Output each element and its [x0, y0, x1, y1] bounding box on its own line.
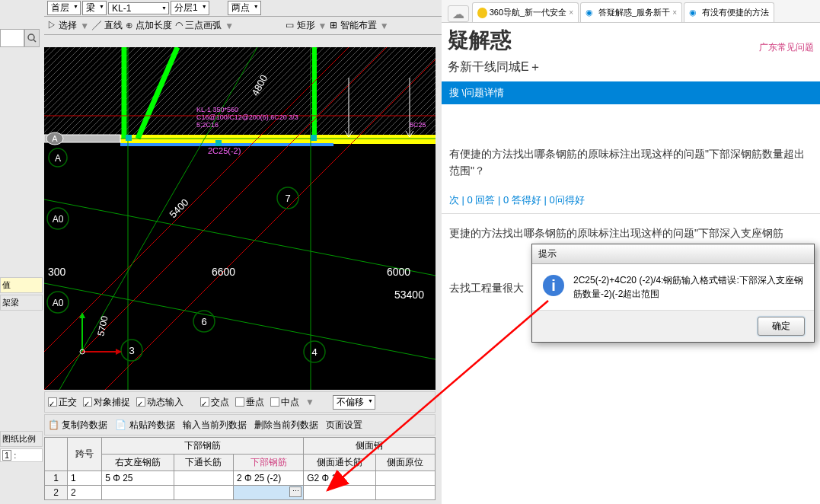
svg-text:3: 3: [129, 345, 134, 356]
breadcrumb: 搜 \问题详情: [442, 81, 820, 104]
svg-text:53400: 53400: [394, 289, 424, 301]
mode-dropdown[interactable]: 两点: [228, 1, 261, 15]
dyninput-toggle[interactable]: 动态输入: [136, 396, 183, 409]
svg-text:C16@100/C12@200(6).6C20 3/3: C16@100/C12@200(6).6C20 3/3: [196, 113, 298, 121]
ok-button[interactable]: 确定: [758, 317, 805, 336]
offset-dropdown[interactable]: 不偏移: [333, 395, 375, 410]
search-input[interactable]: [0, 29, 24, 47]
svg-text:A: A: [55, 153, 61, 164]
page-subtitle: 务新干线同城E＋: [442, 58, 820, 81]
svg-text:300: 300: [48, 266, 66, 278]
span-dropdown[interactable]: 分层1: [171, 1, 209, 15]
svg-text:A0: A0: [53, 214, 64, 225]
question-text: 有便捷的方法找出哪条钢筋的原味标注出现这样的问题"下部深钢筋数量超出范围"？: [442, 135, 820, 190]
more-button[interactable]: ⋯: [289, 486, 302, 497]
col-sorig[interactable]: 侧面原位: [375, 455, 435, 471]
stats-line: 次 | 0 回答 | 0 答得好 | 0问得好: [442, 190, 820, 210]
browser-tabs: ☁ 360导航_新一代安全× ◉ 答疑解惑_服务新干× ◉ 有没有便捷的方法: [442, 0, 820, 23]
col-bthrough[interactable]: 下通长筋: [174, 455, 233, 471]
data-toolbar: 📋 复制跨数据 📄 粘贴跨数据 输入当前列数据 删除当前列数据 页面设置: [44, 414, 436, 435]
svg-text:7: 7: [285, 193, 290, 204]
svg-line-13: [44, 199, 436, 276]
svg-line-1: [34, 40, 36, 42]
data-table: 跨号 下部钢筋 侧面钢 右支座钢筋 下通长筋 下部钢筋 侧面通长筋 侧面原位 1…: [44, 437, 436, 500]
info-icon: i: [541, 273, 566, 298]
component-dropdown[interactable]: KL-1: [108, 2, 169, 14]
svg-text:5C25: 5C25: [410, 121, 426, 129]
table-row[interactable]: 2 2 ⋯: [45, 486, 436, 500]
selected-cell[interactable]: ⋯: [233, 486, 303, 500]
browser-tab-active[interactable]: ◉ 有没有便捷的方法: [684, 2, 774, 22]
search-box: [0, 29, 41, 47]
col-sthrough[interactable]: 侧面通长筋: [304, 455, 376, 471]
line-tool[interactable]: ╱ 直线: [92, 19, 122, 32]
svg-text:A0: A0: [53, 298, 64, 308]
copy-span-button[interactable]: 📋 复制跨数据: [48, 419, 107, 432]
svg-rect-3: [44, 47, 436, 135]
svg-text:6600: 6600: [212, 266, 235, 278]
mid-toggle[interactable]: 中点: [270, 396, 299, 409]
search-button[interactable]: [24, 29, 40, 47]
paste-span-button[interactable]: 📄 粘贴跨数据: [115, 419, 174, 432]
delete-col-button[interactable]: 删除当前列数据: [254, 419, 318, 432]
browser-tab[interactable]: 360导航_新一代安全×: [472, 2, 579, 22]
svg-text:4: 4: [311, 346, 317, 358]
svg-rect-23: [311, 135, 317, 141]
smart-tool[interactable]: ⊞ 智能布置: [330, 19, 376, 32]
svg-text:5700: 5700: [95, 314, 110, 337]
left-panel: 值 架梁: [0, 47, 43, 311]
browser-tab[interactable]: ◉ 答疑解惑_服务新干×: [580, 2, 682, 22]
table-row[interactable]: 1 1 5 Φ 25 2 Φ 25 (-2) G2 Φ 16: [45, 471, 436, 486]
svg-rect-4: [120, 135, 436, 144]
drawing-canvas[interactable]: 3 6 4 7 A A0 A0 A 4800 5400 6600 6000 53…: [44, 47, 436, 390]
page-setup-button[interactable]: 页面设置: [326, 419, 362, 432]
floor-dropdown[interactable]: 首层: [47, 1, 81, 15]
ratio-input[interactable]: 1: [2, 450, 11, 461]
scale-panel: 图纸比例 1 :: [0, 429, 43, 462]
col-span[interactable]: 跨号: [68, 438, 102, 471]
arc-tool[interactable]: ◠ 三点画弧: [175, 19, 222, 32]
cloud-icon[interactable]: ☁: [448, 5, 469, 22]
scale-label: 图纸比例: [0, 431, 43, 447]
col-rsupport[interactable]: 右支座钢筋: [102, 455, 174, 471]
snap-toggle[interactable]: 对象捕捉: [83, 396, 130, 409]
region-link[interactable]: 广东常见问题: [759, 41, 814, 54]
cad-application: 首层 梁 KL-1 分层1 两点 ▷ 选择 ▼ ╱ 直线 ⊕ 点加长度 ◠ 三点…: [0, 0, 442, 504]
svg-text:5;2C16: 5;2C16: [196, 121, 219, 129]
frame-beam-label: 架梁: [0, 295, 43, 311]
main-toolbar: 首层 梁 KL-1 分层1 两点: [44, 0, 442, 17]
drawing-toolbar: ▷ 选择 ▼ ╱ 直线 ⊕ 点加长度 ◠ 三点画弧 ▼ ▭ 矩形 ▼ ⊞ 智能布…: [44, 17, 442, 35]
select-tool[interactable]: ▷ 选择: [47, 19, 77, 32]
svg-point-0: [28, 34, 34, 40]
col-bottom-group: 下部钢筋: [102, 438, 304, 455]
alert-dialog: 提示 i 2C25(-2)+4C20 (-2)/4:钢筋输入格式错误:下部深入支…: [531, 244, 815, 343]
dialog-message: 2C25(-2)+4C20 (-2)/4:钢筋输入格式错误:下部深入支座钢筋数量…: [573, 273, 805, 301]
close-icon[interactable]: ×: [672, 8, 677, 17]
svg-rect-24: [215, 140, 222, 146]
close-icon[interactable]: ×: [569, 8, 573, 17]
ortho-toggle[interactable]: 正交: [48, 396, 77, 409]
perp-toggle[interactable]: 垂点: [235, 396, 264, 409]
col-bottom[interactable]: 下部钢筋: [233, 455, 303, 471]
svg-text:A: A: [52, 134, 58, 143]
svg-text:6: 6: [201, 316, 206, 327]
dialog-title: 提示: [532, 244, 814, 264]
col-side-group: 侧面钢: [304, 438, 436, 455]
cross-toggle[interactable]: 交点: [200, 396, 229, 409]
beam-dropdown[interactable]: 梁: [82, 1, 107, 15]
rect-tool[interactable]: ▭ 矩形: [286, 19, 314, 32]
svg-text:2C25(-2): 2C25(-2): [208, 146, 241, 155]
svg-text:i: i: [551, 277, 556, 294]
extend-tool[interactable]: ⊕ 点加长度: [126, 19, 172, 32]
input-col-button[interactable]: 输入当前列数据: [183, 419, 247, 432]
value-label: 值: [0, 277, 43, 293]
svg-text:KL-1 350*560: KL-1 350*560: [196, 106, 238, 113]
status-bar: 正交 对象捕捉 动态输入 交点 垂点 中点 ▼ 不偏移: [44, 391, 436, 413]
svg-text:6000: 6000: [387, 266, 410, 278]
svg-rect-22: [126, 135, 132, 141]
